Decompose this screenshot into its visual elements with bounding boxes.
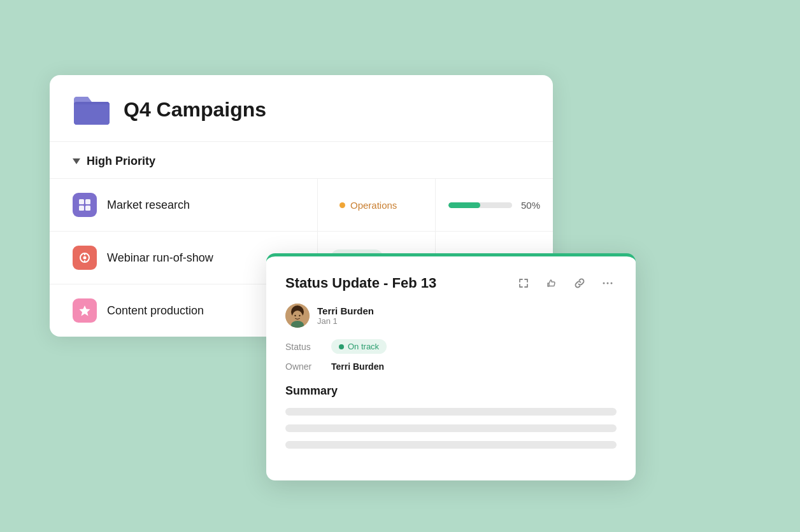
svg-point-14	[292, 311, 303, 322]
link-icon[interactable]	[571, 274, 589, 292]
operations-dot	[339, 202, 345, 208]
author-date: Jan 1	[317, 316, 374, 326]
status-dot	[339, 344, 344, 349]
webinar-icon	[73, 246, 97, 270]
svg-point-11	[611, 283, 613, 284]
svg-rect-3	[85, 206, 90, 211]
author-name: Terri Burden	[317, 305, 374, 316]
scene: Q4 Campaigns High Priority	[50, 50, 750, 482]
market-research-icon	[73, 193, 97, 217]
task-name-content: Content production	[107, 304, 204, 318]
task-name-cell: Market research	[50, 179, 317, 231]
owner-row: Owner Terri Burden	[285, 361, 617, 372]
svg-rect-1	[85, 199, 90, 204]
svg-point-16	[294, 315, 296, 316]
status-card-title: Status Update - Feb 13	[285, 275, 436, 291]
status-card: Status Update - Feb 13	[266, 253, 636, 480]
svg-point-17	[299, 315, 300, 316]
content-production-icon	[73, 298, 97, 323]
priority-row[interactable]: High Priority	[50, 142, 553, 179]
chevron-down-icon	[73, 158, 80, 164]
progress-pct: 50%	[521, 200, 540, 211]
avatar	[285, 304, 310, 328]
status-card-actions	[515, 274, 617, 292]
progress-bar-fill	[448, 202, 480, 208]
status-badge: On track	[331, 339, 387, 354]
task-tag-cell: Operations	[318, 179, 436, 232]
owner-value: Terri Burden	[331, 361, 384, 372]
svg-rect-0	[79, 199, 84, 204]
author-row: Terri Burden Jan 1	[285, 304, 617, 328]
priority-label: High Priority	[87, 155, 155, 168]
status-card-inner: Status Update - Feb 13	[266, 256, 636, 480]
author-info: Terri Burden Jan 1	[317, 305, 374, 326]
owner-label: Owner	[285, 361, 321, 372]
more-icon[interactable]	[599, 274, 617, 292]
skeleton-line-3	[285, 441, 617, 449]
task-name-market-research: Market research	[107, 199, 190, 212]
expand-icon[interactable]	[515, 274, 532, 292]
summary-heading: Summary	[285, 384, 617, 398]
like-icon[interactable]	[543, 274, 561, 292]
table-row[interactable]: Market research Operations	[50, 179, 553, 232]
main-card-title: Q4 Campaigns	[124, 98, 266, 122]
svg-marker-8	[80, 305, 90, 316]
svg-point-9	[603, 283, 605, 284]
task-name-webinar: Webinar run-of-show	[107, 251, 213, 265]
status-row: Status On track	[285, 339, 617, 354]
status-label: Status	[285, 342, 321, 352]
task-progress-cell: 50%	[435, 179, 553, 232]
progress-wrap: 50%	[448, 200, 540, 211]
progress-bar-bg	[448, 202, 512, 208]
operations-tag[interactable]: Operations	[331, 197, 406, 214]
folder-icon	[73, 93, 111, 126]
svg-rect-2	[79, 206, 84, 211]
svg-point-5	[83, 256, 87, 260]
svg-point-10	[607, 283, 609, 284]
skeleton-line-2	[285, 424, 617, 432]
status-card-header: Status Update - Feb 13	[285, 274, 617, 292]
main-card-header: Q4 Campaigns	[50, 75, 553, 142]
skeleton-line-1	[285, 408, 617, 416]
